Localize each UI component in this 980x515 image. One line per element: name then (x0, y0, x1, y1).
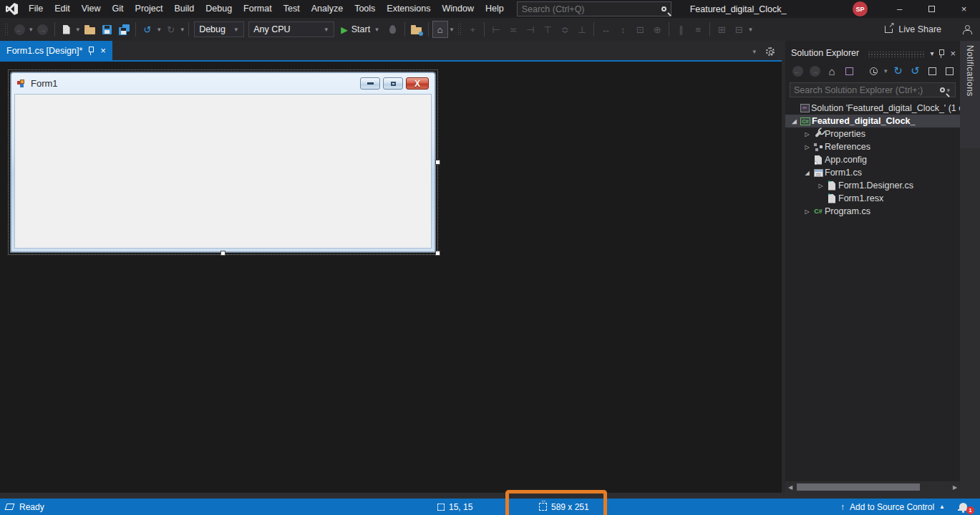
align-middles-button[interactable]: ≎ (557, 21, 573, 38)
notifications-button[interactable]: 1 (959, 501, 973, 513)
start-debug-button[interactable]: ▶Start▾ (336, 21, 384, 38)
minimize-button[interactable]: – (883, 0, 916, 18)
expander-expanded-icon[interactable]: ◢ (802, 170, 812, 176)
restore-button[interactable] (916, 0, 948, 18)
solution-configuration-dropdown[interactable]: Debug▾ (194, 21, 244, 37)
filter-dropdown[interactable]: ▾ (883, 67, 889, 74)
search-options-dropdown[interactable]: ▾ (945, 87, 951, 94)
tree-row-references[interactable]: ▷ References (785, 140, 960, 153)
align-tops-button[interactable]: ⊤ (540, 21, 556, 38)
resize-handle-right[interactable] (435, 160, 440, 165)
menu-edit[interactable]: Edit (49, 0, 76, 18)
find-in-files-button[interactable] (409, 21, 424, 38)
menu-view[interactable]: View (76, 0, 107, 18)
panel-close-icon[interactable]: × (950, 48, 956, 59)
navigate-forward-button[interactable]: → (35, 21, 51, 38)
menu-debug[interactable]: Debug (200, 0, 238, 18)
form-client-area[interactable] (14, 94, 432, 249)
form-title-bar[interactable]: Form1 X (11, 73, 435, 94)
tree-row-form1-resx[interactable]: Form1.resx (785, 192, 960, 205)
hot-reload-button[interactable] (385, 21, 401, 38)
designed-form[interactable]: Form1 X (11, 72, 435, 252)
se-back-button[interactable]: ← (790, 64, 805, 78)
menu-test[interactable]: Test (278, 0, 306, 18)
size-to-grid-button[interactable]: ⊕ (649, 21, 665, 38)
navigate-back-button[interactable]: ← (11, 21, 27, 38)
menu-analyze[interactable]: Analyze (306, 0, 349, 18)
make-same-height-button[interactable]: ↕ (615, 21, 631, 38)
solution-search-input[interactable] (794, 85, 940, 95)
se-forward-button[interactable]: → (807, 64, 822, 78)
send-to-back-button[interactable]: ⊟ (731, 21, 747, 38)
active-files-dropdown[interactable]: ▾ (751, 48, 757, 55)
scrollbar-thumb[interactable] (797, 483, 920, 491)
menu-tools[interactable]: Tools (349, 0, 381, 18)
menu-extensions[interactable]: Extensions (381, 0, 436, 18)
align-bottoms-button[interactable]: ⊥ (574, 21, 590, 38)
vertical-spacing-button[interactable]: ≡ (690, 21, 706, 38)
add-to-source-control-button[interactable]: Add to Source Control (850, 502, 934, 512)
tree-row-form1[interactable]: ◢ Form1.cs (785, 166, 960, 179)
tab-close-icon[interactable]: × (100, 45, 106, 56)
horizontal-scrollbar[interactable]: ◀ ▶ (785, 481, 960, 493)
scroll-right-icon[interactable]: ▶ (950, 484, 960, 491)
layout-toolbar-overflow[interactable]: ▾ (747, 26, 754, 33)
menu-build[interactable]: Build (168, 0, 200, 18)
tree-row-form1-designer[interactable]: ▷ Form1.Designer.cs (785, 179, 960, 192)
make-same-size-button[interactable]: ⊡ (632, 21, 648, 38)
expander-expanded-icon[interactable]: ◢ (790, 118, 799, 125)
menu-file[interactable]: File (23, 0, 49, 18)
tree-row-program[interactable]: ▷ C# Program.cs (785, 205, 960, 218)
menu-git[interactable]: Git (107, 0, 130, 18)
navigate-back-dropdown[interactable]: ▾ (28, 26, 34, 33)
toolbar-grip[interactable] (4, 23, 8, 36)
solution-platform-dropdown[interactable]: Any CPU▾ (248, 21, 334, 37)
snap-to-grid-button[interactable]: + (465, 21, 480, 38)
resize-handle-bottom-right[interactable] (435, 251, 440, 256)
tree-row-project[interactable]: ◢ C# Featured_digital_Clock_ (785, 115, 960, 127)
pending-changes-filter-button[interactable] (866, 64, 880, 78)
panel-pin-icon[interactable] (938, 49, 946, 58)
panel-menu-dropdown[interactable]: ▾ (930, 49, 933, 57)
undo-dropdown[interactable]: ▾ (156, 26, 162, 33)
show-home-window-button[interactable]: ⌂ (432, 21, 448, 38)
start-dropdown[interactable]: ▾ (374, 26, 380, 33)
quick-search-input[interactable] (522, 4, 661, 14)
se-home-button[interactable]: ⌂ (825, 64, 839, 78)
align-rights-button[interactable]: ⊣ (523, 21, 538, 38)
background-tasks-icon[interactable] (5, 504, 15, 510)
feedback-person-icon[interactable] (964, 27, 970, 32)
preview-selected-items-button[interactable] (943, 64, 957, 78)
expander-collapsed-icon[interactable]: ▷ (802, 144, 812, 150)
account-avatar[interactable]: SP (853, 1, 868, 16)
expander-collapsed-icon[interactable]: ▷ (802, 208, 812, 215)
tree-row-solution[interactable]: ∞ Solution 'Featured_digital_Clock_' (1 … (785, 102, 960, 115)
solution-search-box[interactable]: ▾ (790, 82, 956, 97)
scroll-left-icon[interactable]: ◀ (785, 484, 795, 491)
toolbar-grip[interactable] (457, 23, 461, 36)
redo-button[interactable]: ↻ (163, 21, 179, 38)
live-share-button[interactable]: Live Share (898, 24, 941, 34)
refresh-button[interactable]: ↻ (891, 64, 906, 78)
sync-with-active-document-button[interactable] (842, 64, 856, 78)
new-file-dropdown[interactable]: ▾ (75, 26, 82, 33)
menu-project[interactable]: Project (130, 0, 169, 18)
gear-icon[interactable] (766, 47, 775, 56)
save-button[interactable] (99, 21, 115, 38)
make-same-width-button[interactable]: ↔ (598, 21, 613, 38)
collapse-all-button[interactable] (926, 64, 940, 78)
panel-drag-grip[interactable] (868, 52, 924, 57)
resize-handle-bottom[interactable] (220, 251, 225, 256)
redo-dropdown[interactable]: ▾ (180, 26, 186, 33)
quick-search-box[interactable] (517, 1, 671, 16)
menu-window[interactable]: Window (436, 0, 479, 18)
bring-to-front-button[interactable]: ⊞ (714, 21, 729, 38)
horizontal-spacing-button[interactable]: ∥ (673, 21, 689, 38)
expander-collapsed-icon[interactable]: ▷ (802, 131, 812, 138)
tree-row-properties[interactable]: ▷ Properties (785, 127, 960, 140)
undo-button[interactable]: ↺ (140, 21, 155, 38)
tab-form1-design[interactable]: Form1.cs [Design]* × (0, 41, 112, 60)
sync-button[interactable]: ↺ (908, 64, 923, 78)
align-lefts-button[interactable]: ⊢ (488, 21, 504, 38)
new-file-button[interactable] (59, 21, 74, 38)
